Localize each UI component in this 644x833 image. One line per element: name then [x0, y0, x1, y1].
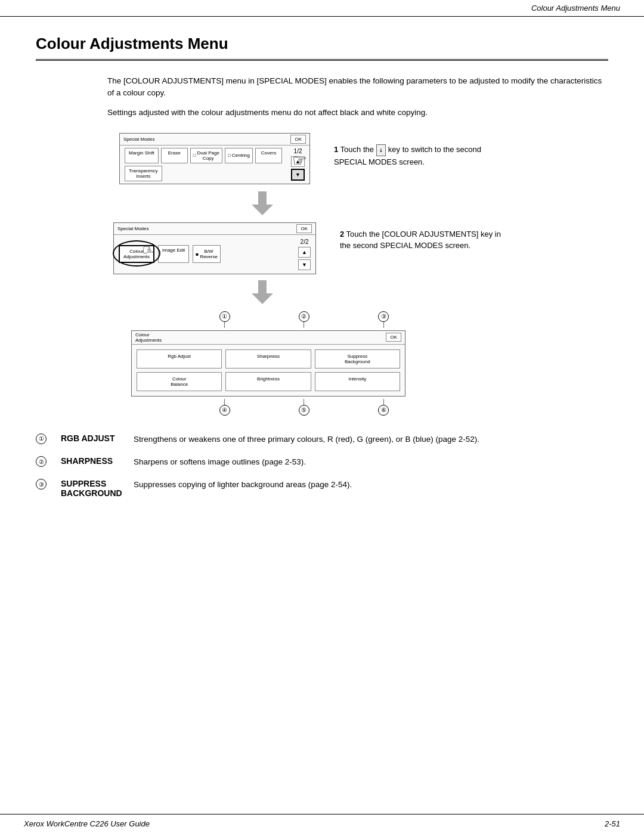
desc-num-2: ②: [36, 456, 54, 467]
circle-4-col: ④: [219, 399, 230, 416]
circle-2-col: ②: [299, 311, 309, 328]
header-title: Colour Adjustments Menu: [531, 4, 620, 13]
screen1-nav-down[interactable]: ▼: [291, 169, 305, 181]
desc-label-sharpness: SHARPNESS: [61, 456, 126, 466]
line-4: [224, 399, 225, 405]
btn-colour-balance: ColourBalance: [137, 372, 222, 391]
btn-rgb-adjust: Rgb Adjust: [137, 349, 222, 368]
footer-left: Xerox WorkCentre C226 User Guide: [24, 819, 150, 828]
line-6: [383, 399, 384, 405]
desc-text-suppress: Suppresses copying of lighter background…: [134, 479, 352, 491]
btn-image-edit: Image Edit: [158, 245, 189, 263]
page-header: Colour Adjustments Menu: [0, 0, 644, 17]
line-1: [224, 322, 225, 328]
screen3-body: Rgb Adjust Sharpness SuppressBackground …: [132, 345, 405, 396]
circle-1-col: ①: [219, 311, 230, 328]
descriptions-list: ① RGB ADJUST Strengthens or weakens one …: [36, 433, 608, 498]
screen3-ok: OK: [386, 333, 401, 342]
finger-cursor-1: ☞: [292, 151, 307, 171]
btn-bw-reverse: ■B/WReverse: [193, 245, 221, 263]
num-circle-5: ⑤: [299, 405, 309, 416]
step2-callout: 2 Touch the [COLOUR ADJUSTMENTS] key in …: [340, 228, 507, 252]
btn-centring: □Centring: [225, 148, 253, 163]
circle-6-col: ⑥: [378, 399, 389, 416]
line-2: [304, 322, 304, 328]
desc-circle-2: ②: [36, 456, 47, 467]
btn-intensity: Intensity: [315, 372, 400, 391]
step1-callout: 1 Touch the ↓ key to switch to the secon…: [334, 144, 489, 168]
line-3: [383, 322, 384, 328]
step2-number: 2: [340, 230, 344, 239]
num-circle-6: ⑥: [378, 405, 389, 416]
footer-right: 2-51: [605, 819, 620, 828]
desc-item-1: ① RGB ADJUST Strengthens or weakens one …: [36, 433, 608, 445]
desc-circle-1: ①: [36, 433, 47, 444]
screen1-ok: OK: [290, 135, 306, 144]
step1-button-symbol: ↓: [376, 144, 386, 157]
chapter-title: Colour Adjustments Menu: [36, 35, 608, 61]
desc-num-1: ①: [36, 433, 54, 444]
num-circle-2: ②: [299, 311, 309, 322]
btn-covers: Covers: [255, 148, 282, 163]
intro-para2: Settings adjusted with the colour adjust…: [107, 107, 608, 119]
step1-number: 1: [334, 145, 338, 154]
desc-num-3: ③: [36, 479, 54, 490]
desc-text-sharpness: Sharpens or softens image outlines (page…: [134, 456, 306, 468]
bottom-circles-row: ④ ⑤ ⑥: [185, 399, 423, 416]
btn-erase: Erase: [161, 148, 188, 163]
desc-circle-3: ③: [36, 479, 47, 490]
page-content: Colour Adjustments Menu The [COLOUR ADJU…: [0, 17, 644, 556]
screen3-mockup: ColourAdjustments OK Rgb Adjust Sharpnes…: [131, 330, 405, 397]
arrow-down-1: [0, 191, 572, 215]
screen3-label: ColourAdjustments: [135, 332, 162, 343]
screen2-nav-up[interactable]: ▲: [298, 247, 311, 258]
screen2-nav-down[interactable]: ▼: [298, 259, 311, 270]
btn-brightness: Brightness: [225, 372, 311, 391]
desc-text-rgb: Strengthens or weakens one of three prim…: [134, 433, 479, 445]
circle-3-col: ③: [378, 311, 389, 328]
circle-5-col: ⑤: [299, 399, 309, 416]
finger-cursor-2: ☞: [142, 241, 155, 258]
desc-label-rgb: RGB ADJUST: [61, 433, 126, 443]
screen2-pagenum: 2/2: [298, 239, 311, 245]
line-5: [304, 399, 304, 405]
intro-para1: The [COLOUR ADJUSTMENTS] menu in [SPECIA…: [107, 75, 608, 100]
btn-suppress-bg: SuppressBackground: [315, 349, 400, 368]
desc-item-3: ③ SUPPRESS BACKGROUND Suppresses copying…: [36, 479, 608, 498]
screen1-mockup: Special Modes OK Margin Shift Erase □Dua…: [119, 133, 310, 184]
screen1-label: Special Modes: [123, 137, 154, 142]
arrow-down-2: [0, 280, 572, 304]
screen2-ok: OK: [296, 224, 312, 233]
btn-dual-page: □Dual PageCopy: [190, 148, 222, 163]
screen3-container: ① ② ③ ColourAdjustments OK: [119, 311, 572, 416]
diagram-area: Special Modes OK Margin Shift Erase □Dua…: [72, 133, 572, 416]
num-circle-4: ④: [219, 405, 230, 416]
btn-margin-shift: Margin Shift: [125, 148, 159, 163]
desc-label-bg: BACKGROUND: [61, 488, 126, 498]
num-circle-1: ①: [219, 311, 230, 322]
btn-transparency: TransparencyInserts: [125, 166, 162, 181]
screen2-label: Special Modes: [117, 226, 148, 231]
page-footer: Xerox WorkCentre C226 User Guide 2-51: [0, 814, 644, 833]
desc-label-suppress: SUPPRESS: [61, 479, 126, 488]
btn-sharpness: Sharpness: [225, 349, 311, 368]
num-circle-3: ③: [378, 311, 389, 322]
desc-item-2: ② SHARPNESS Sharpens or softens image ou…: [36, 456, 608, 468]
top-circles-row: ① ② ③: [185, 311, 423, 328]
